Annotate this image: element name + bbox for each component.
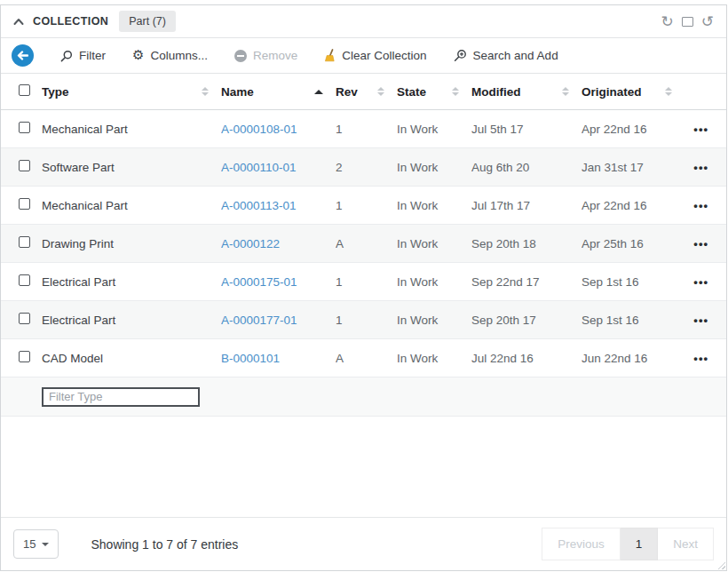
cell-rev: A [336,352,344,365]
search-icon [60,50,73,62]
cell-rev: A [336,237,344,250]
row-actions-button[interactable]: ••• [693,123,708,136]
table-row: Drawing PrintA-0000122AIn WorkSep 20th 1… [1,225,726,263]
cell-rev: 1 [336,275,343,289]
row-actions-button[interactable]: ••• [693,199,708,212]
panel-header-icons: ↻ ↺ [661,14,715,29]
row-actions-button[interactable]: ••• [693,352,708,365]
table-body: Mechanical PartA-0000108-011In WorkJul 5… [1,110,726,377]
column-header-modified[interactable]: Modified [471,85,582,99]
row-checkbox[interactable] [19,313,30,324]
cell-type: Mechanical Part [42,123,128,136]
row-checkbox[interactable] [19,122,30,133]
columns-button[interactable]: ⚙ Columns... [132,49,208,62]
sort-icon [562,87,569,96]
toolbar-items: Filter ⚙ Columns... Remove Clear Collect… [60,49,558,62]
cell-rev: 1 [336,199,343,212]
search-and-add-button[interactable]: Search and Add [454,49,558,62]
row-actions-button[interactable]: ••• [693,237,708,250]
panel-title: COLLECTION [33,15,108,28]
clear-collection-button[interactable]: Clear Collection [324,49,426,62]
clear-collection-label: Clear Collection [342,49,426,62]
table-row: Electrical PartA-0000177-011In WorkSep 2… [1,301,726,339]
cell-originated: Apr 22nd 16 [582,199,647,212]
column-label: Modified [471,85,521,99]
part-number-link[interactable]: A-0000122 [221,237,280,250]
cell-type: CAD Model [42,352,103,365]
cell-type: Software Part [42,161,115,174]
filter-button[interactable]: Filter [60,49,106,62]
collapse-chevron-up-icon[interactable] [13,18,24,26]
remove-button[interactable]: Remove [234,49,297,62]
cell-state: In Work [397,275,438,289]
cell-rev: 1 [336,123,343,136]
cell-originated: Sep 1st 16 [582,314,639,327]
column-header-rev[interactable]: Rev [336,85,397,99]
previous-page-button[interactable]: Previous [542,528,621,560]
sort-icon [202,87,209,96]
collection-table: TypeNameRevStateModifiedOriginated Mecha… [1,74,726,417]
row-checkbox[interactable] [19,160,30,171]
toolbar: Filter ⚙ Columns... Remove Clear Collect… [1,37,726,74]
collection-panel: COLLECTION Part (7) ↻ ↺ Filter ⚙ [0,4,727,571]
table-footer: 15 Showing 1 to 7 of 7 entries Previous … [1,517,726,570]
next-page-button[interactable]: Next [658,528,714,560]
filter-row [1,377,726,417]
column-label: Type [42,85,69,99]
select-all-checkbox[interactable] [19,84,30,96]
column-header-type[interactable]: Type [42,85,221,99]
cell-originated: Jun 22nd 16 [582,352,647,365]
refresh-icon[interactable]: ↻ [661,14,674,29]
part-number-link[interactable]: A-0000110-01 [221,161,297,174]
page-size-value: 15 [23,537,36,551]
column-header-state[interactable]: State [397,85,471,99]
type-filter-input[interactable] [42,387,200,407]
row-actions-button[interactable]: ••• [693,275,708,289]
maximize-icon[interactable] [682,17,693,27]
cell-modified: Jul 22nd 16 [471,352,534,365]
cell-modified: Sep 20th 17 [471,314,536,327]
current-page-button[interactable]: 1 [621,528,659,560]
row-checkbox[interactable] [19,198,30,210]
cell-modified: Jul 17th 17 [471,199,530,212]
cell-modified: Sep 22nd 17 [471,275,540,289]
cell-state: In Work [397,123,438,136]
part-number-link[interactable]: A-0000175-01 [221,275,297,289]
resize-handle[interactable] [717,561,725,569]
table-row: Software PartA-0000110-012In WorkAug 6th… [1,148,726,187]
row-checkbox[interactable] [19,236,30,248]
row-actions-button[interactable]: ••• [693,161,708,174]
row-checkbox[interactable] [19,274,30,286]
broom-icon [324,49,336,62]
page-size-select[interactable]: 15 [13,529,59,559]
column-header-originated[interactable]: Originated [582,85,684,99]
column-label: State [397,85,426,99]
remove-icon [234,50,247,62]
part-number-link[interactable]: A-0000177-01 [221,314,297,327]
part-number-link[interactable]: B-0000101 [221,352,280,365]
collection-tab-part[interactable]: Part (7) [119,11,176,32]
cell-modified: Aug 6th 20 [471,161,529,174]
sort-icon [377,87,384,96]
sort-icon [665,87,672,96]
cell-rev: 1 [336,314,343,327]
part-number-link[interactable]: A-0000108-01 [221,123,297,136]
cell-originated: Apr 22nd 16 [582,123,647,136]
table-row: CAD ModelB-0000101AIn WorkJul 22nd 16Jun… [1,339,726,377]
row-checkbox[interactable] [19,351,30,362]
cell-state: In Work [397,161,438,174]
table-row: Mechanical PartA-0000108-011In WorkJul 5… [1,110,726,148]
column-header-name[interactable]: Name [221,85,336,99]
cell-type: Drawing Print [42,237,114,250]
cell-state: In Work [397,199,438,212]
reset-icon[interactable]: ↺ [701,14,714,29]
row-actions-button[interactable]: ••• [693,314,708,327]
table-row: Electrical PartA-0000175-011In WorkSep 2… [1,263,726,301]
back-button[interactable] [12,44,34,67]
cell-type: Mechanical Part [42,199,128,212]
cell-state: In Work [397,314,438,327]
column-label: Originated [582,85,642,99]
search-and-add-label: Search and Add [473,49,558,62]
part-number-link[interactable]: A-0000113-01 [221,199,297,212]
caret-down-icon [42,543,49,546]
